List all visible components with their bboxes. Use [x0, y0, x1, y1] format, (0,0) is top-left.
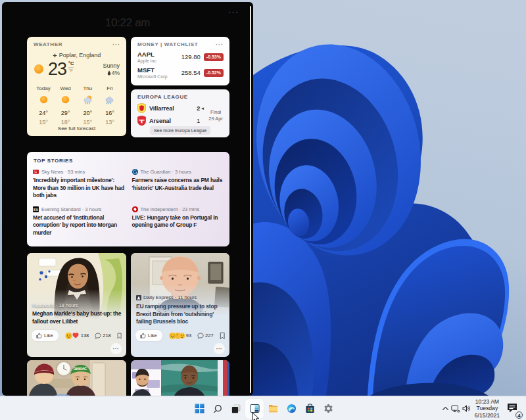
- comment-icon: [197, 333, 204, 339]
- news-actions-bar: Like 93 227: [135, 330, 225, 341]
- edge-button[interactable]: [282, 399, 300, 419]
- weather-condition-block: Sunny 4%: [103, 62, 120, 76]
- match-team-row: Arsenal 1: [137, 116, 204, 126]
- money-watchlist-widget[interactable]: MONEY | WATCHLIST ··· AAPL Apple inc 129…: [131, 37, 229, 85]
- story-meta: The Independent · 23 mins: [132, 206, 224, 212]
- cap-text: ЗИКИС: [74, 367, 87, 371]
- news-source-line[interactable]: Daily Express · 11 hours: [136, 294, 197, 300]
- tray-network-button[interactable]: [451, 402, 461, 415]
- taskbar-system-tray: 10:23 AM Tuesday 6/15/2021 4: [441, 396, 522, 420]
- europa-league-widget[interactable]: EUROPA LEAGUE Villarreal 2 ◂: [131, 89, 229, 137]
- reactions-group[interactable]: 93: [169, 332, 191, 340]
- daily-express-logo-icon: [136, 295, 141, 300]
- weather-condition: Sunny: [103, 62, 120, 69]
- chevron-up-icon: [442, 406, 449, 411]
- start-button[interactable]: [190, 399, 208, 419]
- notification-center-button[interactable]: 4: [504, 400, 521, 417]
- see-full-forecast-link[interactable]: See full forecast: [27, 122, 126, 136]
- card-header: WEATHER ···: [27, 37, 126, 47]
- like-button[interactable]: Like: [32, 330, 59, 341]
- stock-row-aapl[interactable]: AAPL Apple inc 129.80 -0.53%: [131, 47, 229, 63]
- news-card-meghan[interactable]: Heatworld · 18 hours Meghan Markle's bab…: [27, 253, 126, 357]
- news-card-brexit[interactable]: Daily Express · 11 hours EU ramping pres…: [131, 253, 229, 357]
- forecast-day[interactable]: Thu 20° 15°: [79, 85, 96, 126]
- sunny-icon: [60, 95, 70, 105]
- football-pundits-photo: [131, 360, 229, 396]
- guardian-logo-icon: [132, 169, 138, 175]
- search-button[interactable]: [208, 399, 227, 419]
- weather-widget[interactable]: WEATHER ··· Poplar, England 23 °C °F Sun…: [27, 37, 126, 136]
- stock-row-msft[interactable]: MSFT Microsoft Corp 258.54 -0.52%: [131, 63, 229, 79]
- story-meta: The Guardian · 3 hours: [132, 169, 224, 175]
- sunny-icon: [34, 64, 44, 74]
- sun-rain-icon: [83, 95, 93, 105]
- widgets-panel-menu-button[interactable]: ···: [228, 7, 239, 16]
- weather-current-row: 23 °C °F Sunny 4%: [27, 58, 126, 77]
- reactions-group[interactable]: 138: [65, 332, 89, 340]
- forecast-day[interactable]: Wed 29° 18°: [57, 85, 74, 126]
- two-boys-photo: ЗИКИС: [27, 360, 126, 396]
- forecast-day[interactable]: Today 24° 15°: [35, 85, 52, 126]
- settings-gear-icon: [323, 404, 333, 413]
- card-more-button[interactable]: ···: [214, 343, 225, 354]
- tray-clock[interactable]: 10:23 AM Tuesday 6/15/2021: [475, 398, 500, 419]
- story-sky-news[interactable]: Sky News · 53 mins 'Incredibly important…: [33, 169, 125, 200]
- arsenal-crest-icon: [137, 116, 146, 126]
- news-source-line[interactable]: Heatworld · 18 hours: [32, 302, 78, 308]
- current-temperature: 23: [48, 59, 66, 80]
- bookmark-icon[interactable]: [117, 332, 122, 340]
- news-headline[interactable]: Meghan Markle's baby bust-up: the fallou…: [32, 310, 122, 325]
- news-headline[interactable]: EU ramping pressure up to stop Brexit Br…: [136, 303, 226, 326]
- like-button[interactable]: Like: [135, 330, 162, 341]
- tray-volume-button[interactable]: [462, 402, 471, 415]
- comments-group[interactable]: 227: [197, 333, 214, 339]
- story-guardian[interactable]: The Guardian · 3 hours Farmers raise con…: [132, 169, 224, 200]
- reaction-emojis-icon: [65, 332, 80, 340]
- tray-time: 10:23 AM: [475, 398, 500, 406]
- widgets-greeting-time: 10:22 am: [2, 16, 253, 30]
- comments-group[interactable]: 218: [95, 333, 111, 339]
- card-more-button[interactable]: ···: [110, 343, 122, 354]
- match-team-row: Villarreal 2 ◂: [137, 103, 204, 113]
- reaction-emojis-icon: [169, 332, 185, 340]
- story-meta: Sky News · 53 mins: [33, 169, 125, 175]
- news-card-boys[interactable]: ЗИКИС: [27, 360, 126, 396]
- svg-text:ES: ES: [34, 206, 39, 211]
- top-stories-title: TOP STORIES: [27, 152, 229, 164]
- panel-scrollbar[interactable]: [250, 6, 252, 393]
- forecast-day[interactable]: Fri 16° 13°: [101, 85, 118, 126]
- europa-widget-title: EUROPA LEAGUE: [137, 94, 188, 100]
- fahrenheit-unit[interactable]: °F: [68, 68, 74, 73]
- match-status: Final: [208, 109, 223, 116]
- location-pin-icon: [53, 53, 57, 58]
- news-actions-bar: Like 138 218: [32, 330, 122, 341]
- evening-standard-logo-icon: ES: [33, 206, 39, 212]
- story-independent[interactable]: The Independent · 23 mins LIVE: Hungary …: [132, 206, 224, 237]
- villarreal-crest-icon: [137, 103, 146, 113]
- tray-day: Tuesday: [475, 405, 500, 412]
- file-explorer-icon: [268, 404, 278, 413]
- weather-widget-menu-button[interactable]: ···: [112, 42, 120, 47]
- tray-date: 6/15/2021: [475, 412, 500, 419]
- settings-button[interactable]: [319, 399, 337, 419]
- stock-change-badge: -0.52%: [204, 69, 224, 77]
- weather-forecast-row: Today 24° 15° Wed 29° 18° Thu: [27, 77, 126, 126]
- microsoft-store-icon: [305, 404, 315, 413]
- store-button[interactable]: [300, 399, 319, 419]
- network-icon: [451, 405, 460, 413]
- top-stories-widget[interactable]: TOP STORIES Sky News · 53 mins 'Incredib…: [27, 152, 229, 246]
- story-meta: ES Evening Standard · 3 hours: [33, 206, 125, 212]
- see-more-europa-league-link[interactable]: See more Europa League: [150, 126, 210, 135]
- story-evening-standard[interactable]: ES Evening Standard · 3 hours Met accuse…: [33, 206, 125, 237]
- search-icon: [213, 404, 222, 413]
- file-explorer-button[interactable]: [264, 399, 282, 419]
- weather-location[interactable]: Poplar, England: [27, 52, 126, 58]
- tray-chevron-button[interactable]: [441, 402, 450, 415]
- news-card-football[interactable]: [131, 360, 229, 396]
- bookmark-icon[interactable]: [220, 332, 225, 340]
- raindrop-icon: [107, 70, 111, 76]
- money-widget-menu-button[interactable]: ···: [216, 42, 224, 47]
- task-view-icon: [231, 404, 241, 413]
- celsius-unit[interactable]: °C: [68, 60, 74, 68]
- task-view-button[interactable]: [227, 399, 245, 419]
